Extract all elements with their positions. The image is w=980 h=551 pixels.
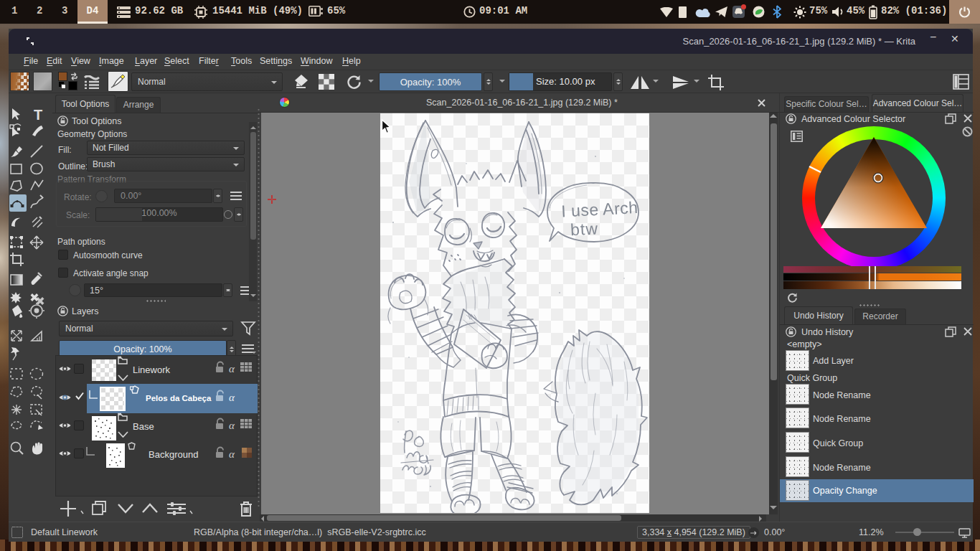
svg-text:btw: btw [570,219,598,239]
svg-text:I use Arch: I use Arch [561,198,639,221]
svg-text:α: α [229,448,235,460]
svg-text:α: α [229,363,235,375]
svg-text:T: T [34,107,42,123]
svg-text:α: α [229,420,235,431]
svg-text:α: α [229,392,235,403]
